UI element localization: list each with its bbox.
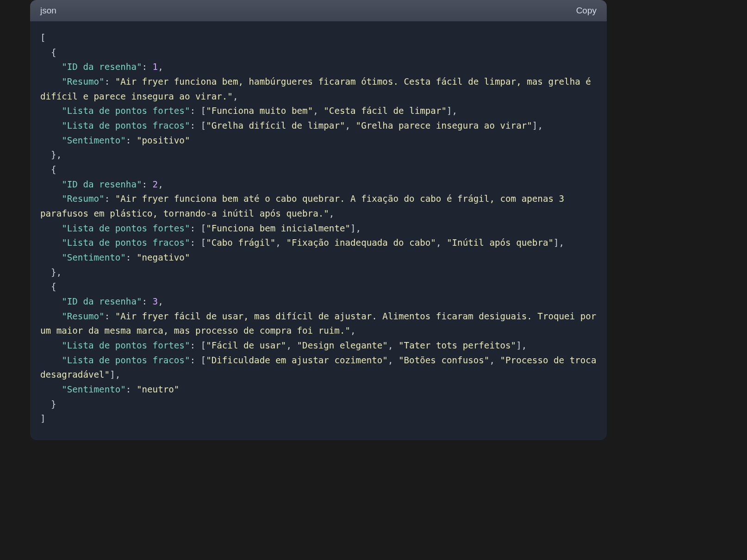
code-content: [ { "ID da resenha": 1, "Resumo": "Air f… [30, 21, 607, 440]
copy-button[interactable]: Copy [576, 6, 597, 16]
language-label: json [40, 6, 56, 16]
code-header: json Copy [30, 0, 607, 21]
code-block: json Copy [ { "ID da resenha": 1, "Resum… [30, 0, 607, 440]
